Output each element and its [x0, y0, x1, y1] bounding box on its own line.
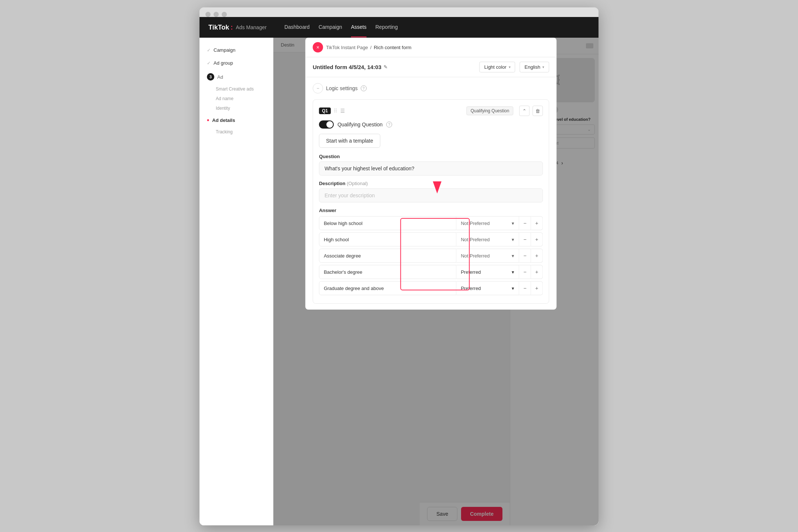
template-button[interactable]: Start with a template — [319, 134, 380, 148]
sidebar-item-identity[interactable]: Identity — [200, 103, 273, 113]
description-optional-label: (Optional) — [347, 181, 368, 186]
pref-select-1[interactable]: Not Preferred ▾ — [456, 232, 519, 246]
answer-section-wrapper: Answer Below high school Not Preferred ▾ — [319, 208, 543, 297]
logic-toggle-button[interactable]: − — [313, 83, 323, 93]
question-type-badge: Qualifying Question — [467, 106, 514, 115]
check-icon-2: ✓ — [207, 61, 211, 66]
sidebar-label-smart: Smart Creative ads — [216, 86, 254, 92]
answer-input-3[interactable]: Bachelor's degree — [319, 265, 456, 279]
qualifying-question-toggle[interactable] — [319, 120, 334, 129]
sidebar-item-adgroup[interactable]: ✓ Ad group — [200, 57, 273, 69]
color-theme-select[interactable]: Light color ▾ — [480, 62, 515, 72]
logic-help-icon[interactable]: ? — [361, 85, 366, 91]
nav-assets[interactable]: Assets — [351, 17, 366, 37]
sidebar-item-tracking[interactable]: Tracking — [200, 127, 273, 137]
drag-handle-icon[interactable]: ⠿ — [334, 108, 337, 114]
toggle-knob — [326, 121, 333, 128]
nav-dashboard[interactable]: Dashboard — [284, 17, 310, 37]
sidebar-label-adname: Ad name — [216, 96, 233, 101]
pref-arrow-icon-1: ▾ — [512, 237, 514, 242]
num-badge-3: 3 — [207, 73, 214, 81]
answer-input-2[interactable]: Associate degree — [319, 249, 456, 263]
qualifying-help-icon[interactable]: ? — [386, 122, 392, 127]
list-view-icon[interactable]: ☰ — [340, 108, 345, 114]
sidebar-label-identity: Identity — [216, 106, 230, 111]
breadcrumb-current: Rich content form — [374, 45, 412, 50]
breadcrumb: TikTok Instant Page / Rich content form — [326, 45, 411, 50]
modal-header: × TikTok Instant Page / Rich content for… — [305, 38, 556, 57]
question-actions: ⌃ 🗑 — [519, 106, 543, 116]
row-minus-button-4[interactable]: − — [519, 281, 531, 295]
answer-row-1: High school Not Preferred ▾ − + — [319, 232, 543, 246]
sidebar-item-addetails[interactable]: • Ad details — [200, 113, 273, 127]
row-plus-button-2[interactable]: + — [531, 249, 543, 263]
question-input[interactable]: What's your highest level of education? — [319, 161, 543, 175]
browser-dot-yellow — [214, 12, 219, 17]
row-plus-button-3[interactable]: + — [531, 265, 543, 279]
question-field-label: Question — [319, 154, 543, 159]
answer-input-4[interactable]: Graduate degree and above — [319, 281, 456, 295]
app-logo: TikTok: Ads Manager — [208, 24, 267, 31]
modal-close-button[interactable]: × — [313, 42, 323, 52]
sidebar-item-campaign[interactable]: ✓ Campaign — [200, 44, 273, 57]
answer-column-header: Answer — [319, 208, 543, 213]
browser-dot-red — [205, 12, 211, 17]
pref-select-4[interactable]: Preferred ▾ — [456, 281, 519, 295]
description-input[interactable]: Enter your description — [319, 188, 543, 202]
nav-reporting[interactable]: Reporting — [375, 17, 398, 37]
row-plus-button-0[interactable]: + — [531, 216, 543, 230]
row-minus-button-3[interactable]: − — [519, 265, 531, 279]
check-icon: ✓ — [207, 48, 211, 53]
edit-title-icon[interactable]: ✎ — [383, 64, 388, 70]
modal-overlay: × TikTok Instant Page / Rich content for… — [273, 38, 598, 525]
color-select-arrow-icon: ▾ — [509, 65, 511, 69]
sidebar-label-campaign: Campaign — [214, 47, 235, 53]
pref-arrow-icon-4: ▾ — [512, 286, 514, 291]
sidebar-label-tracking: Tracking — [216, 129, 233, 134]
row-minus-button-0[interactable]: − — [519, 216, 531, 230]
sidebar-item-smart-creative[interactable]: Smart Creative ads — [200, 84, 273, 94]
logo-subtitle: Ads Manager — [236, 24, 266, 30]
modal-body: − Logic settings ? Q1 ⠿ ☰ Qualifying Que… — [305, 77, 556, 310]
question-header: Q1 ⠿ ☰ Qualifying Question ⌃ 🗑 — [319, 106, 543, 116]
pref-value-3: Preferred — [461, 269, 481, 275]
main-layout: ✓ Campaign ✓ Ad group 3 Ad Smart Creativ… — [200, 38, 598, 525]
lang-select-arrow-icon: ▾ — [542, 65, 544, 69]
form-title-text: Untitled form 4/5/24, 14:03 — [313, 64, 381, 70]
pref-value-2: Not Preferred — [461, 253, 490, 259]
row-plus-button-4[interactable]: + — [531, 281, 543, 295]
logic-settings-label: Logic settings — [326, 85, 358, 91]
top-navigation: TikTok: Ads Manager Dashboard Campaign A… — [200, 17, 598, 38]
sidebar-item-adname[interactable]: Ad name — [200, 94, 273, 103]
row-minus-button-1[interactable]: − — [519, 232, 531, 246]
browser-dot-green — [222, 12, 227, 17]
question-collapse-button[interactable]: ⌃ — [519, 106, 529, 116]
active-bullet: • — [207, 117, 209, 123]
breadcrumb-parent: TikTok Instant Page — [326, 45, 368, 50]
answer-input-0[interactable]: Below high school — [319, 216, 456, 230]
answer-input-1[interactable]: High school — [319, 232, 456, 246]
answer-row-3: Bachelor's degree Preferred ▾ − + — [319, 265, 543, 279]
logo-colon: : — [231, 24, 233, 31]
description-field-label: Description (Optional) — [319, 181, 543, 186]
answer-row-0: Below high school Not Preferred ▾ − + — [319, 216, 543, 230]
language-select[interactable]: English ▾ — [520, 62, 549, 72]
form-title: Untitled form 4/5/24, 14:03 ✎ — [313, 64, 475, 70]
sidebar-item-ad[interactable]: 3 Ad — [200, 69, 273, 84]
pref-select-2[interactable]: Not Preferred ▾ — [456, 249, 519, 263]
question-delete-button[interactable]: 🗑 — [532, 106, 543, 116]
sidebar-label-adgroup: Ad group — [214, 60, 233, 66]
qualifying-question-label: Qualifying Question — [337, 122, 382, 127]
language-label: English — [525, 64, 540, 70]
pref-value-4: Preferred — [461, 286, 481, 291]
pref-select-0[interactable]: Not Preferred ▾ — [456, 216, 519, 230]
pref-select-3[interactable]: Preferred ▾ — [456, 265, 519, 279]
sidebar-label-ad: Ad — [217, 74, 223, 80]
row-minus-button-2[interactable]: − — [519, 249, 531, 263]
answer-section: Answer Below high school Not Preferred ▾ — [319, 208, 543, 297]
row-plus-button-1[interactable]: + — [531, 232, 543, 246]
nav-links: Dashboard Campaign Assets Reporting — [284, 17, 398, 37]
nav-campaign[interactable]: Campaign — [318, 17, 342, 37]
question-block: Q1 ⠿ ☰ Qualifying Question ⌃ 🗑 — [313, 99, 549, 304]
answer-row-4: Graduate degree and above Preferred ▾ − … — [319, 281, 543, 295]
